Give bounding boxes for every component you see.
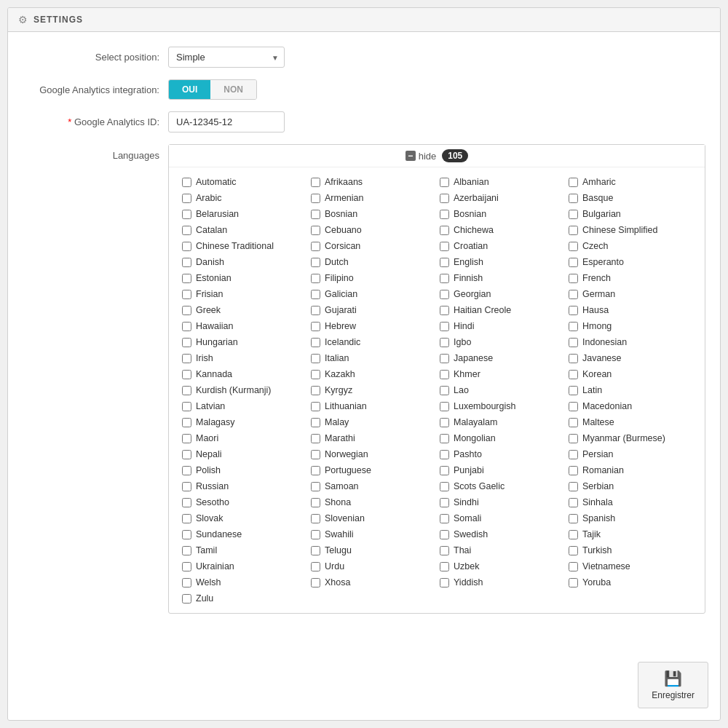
language-checkbox[interactable]: [569, 530, 578, 539]
language-checkbox[interactable]: [440, 258, 449, 267]
language-checkbox[interactable]: [182, 322, 191, 331]
language-checkbox[interactable]: [311, 546, 320, 555]
language-checkbox[interactable]: [311, 434, 320, 443]
language-checkbox[interactable]: [569, 226, 578, 235]
language-checkbox[interactable]: [311, 354, 320, 363]
language-checkbox[interactable]: [182, 194, 191, 203]
language-checkbox[interactable]: [182, 370, 191, 379]
language-checkbox[interactable]: [569, 434, 578, 443]
language-checkbox[interactable]: [440, 514, 449, 523]
language-checkbox[interactable]: [182, 258, 191, 267]
language-checkbox[interactable]: [182, 450, 191, 459]
language-checkbox[interactable]: [311, 194, 320, 203]
language-checkbox[interactable]: [569, 514, 578, 523]
language-checkbox[interactable]: [440, 402, 449, 411]
language-checkbox[interactable]: [182, 578, 191, 587]
language-checkbox[interactable]: [182, 402, 191, 411]
language-checkbox[interactable]: [569, 210, 578, 219]
language-checkbox[interactable]: [182, 386, 191, 395]
language-checkbox[interactable]: [440, 498, 449, 507]
language-checkbox[interactable]: [569, 498, 578, 507]
language-checkbox[interactable]: [182, 178, 191, 187]
language-checkbox[interactable]: [569, 466, 578, 475]
language-checkbox[interactable]: [440, 210, 449, 219]
language-checkbox[interactable]: [569, 402, 578, 411]
language-checkbox[interactable]: [182, 274, 191, 283]
analytics-id-input[interactable]: [168, 111, 285, 132]
analytics-oui-button[interactable]: OUI: [169, 80, 210, 99]
language-checkbox[interactable]: [182, 562, 191, 571]
language-checkbox[interactable]: [311, 178, 320, 187]
language-checkbox[interactable]: [569, 450, 578, 459]
language-checkbox[interactable]: [569, 290, 578, 299]
language-checkbox[interactable]: [182, 482, 191, 491]
language-checkbox[interactable]: [182, 418, 191, 427]
language-checkbox[interactable]: [440, 578, 449, 587]
language-checkbox[interactable]: [182, 354, 191, 363]
hide-button[interactable]: − hide: [405, 151, 437, 162]
language-checkbox[interactable]: [311, 274, 320, 283]
language-checkbox[interactable]: [311, 482, 320, 491]
language-checkbox[interactable]: [182, 210, 191, 219]
language-checkbox[interactable]: [569, 322, 578, 331]
language-checkbox[interactable]: [311, 562, 320, 571]
language-checkbox[interactable]: [440, 562, 449, 571]
language-checkbox[interactable]: [569, 370, 578, 379]
language-checkbox[interactable]: [311, 578, 320, 587]
language-checkbox[interactable]: [440, 482, 449, 491]
language-checkbox[interactable]: [182, 338, 191, 347]
language-checkbox[interactable]: [182, 594, 191, 604]
language-checkbox[interactable]: [440, 194, 449, 203]
language-checkbox[interactable]: [440, 322, 449, 331]
language-checkbox[interactable]: [569, 562, 578, 571]
language-checkbox[interactable]: [311, 290, 320, 299]
language-checkbox[interactable]: [182, 226, 191, 235]
language-checkbox[interactable]: [182, 434, 191, 443]
language-checkbox[interactable]: [440, 434, 449, 443]
language-checkbox[interactable]: [440, 450, 449, 459]
language-checkbox[interactable]: [311, 530, 320, 539]
language-checkbox[interactable]: [440, 370, 449, 379]
language-checkbox[interactable]: [440, 274, 449, 283]
language-checkbox[interactable]: [182, 466, 191, 475]
language-checkbox[interactable]: [569, 418, 578, 427]
select-position-dropdown[interactable]: Simple Fixed Inline: [168, 47, 285, 68]
language-checkbox[interactable]: [440, 546, 449, 555]
language-checkbox[interactable]: [311, 338, 320, 347]
language-checkbox[interactable]: [182, 306, 191, 315]
language-checkbox[interactable]: [569, 386, 578, 395]
language-checkbox[interactable]: [569, 306, 578, 315]
language-checkbox[interactable]: [182, 290, 191, 299]
language-checkbox[interactable]: [311, 514, 320, 523]
language-checkbox[interactable]: [440, 338, 449, 347]
language-checkbox[interactable]: [440, 466, 449, 475]
language-checkbox[interactable]: [569, 354, 578, 363]
language-checkbox[interactable]: [311, 258, 320, 267]
language-checkbox[interactable]: [569, 482, 578, 491]
language-checkbox[interactable]: [440, 354, 449, 363]
language-checkbox[interactable]: [311, 242, 320, 251]
language-checkbox[interactable]: [311, 322, 320, 331]
language-checkbox[interactable]: [569, 178, 578, 187]
language-checkbox[interactable]: [440, 418, 449, 427]
language-checkbox[interactable]: [569, 274, 578, 283]
language-checkbox[interactable]: [311, 226, 320, 235]
language-checkbox[interactable]: [440, 386, 449, 395]
language-checkbox[interactable]: [311, 306, 320, 315]
language-checkbox[interactable]: [569, 258, 578, 267]
language-checkbox[interactable]: [440, 290, 449, 299]
language-checkbox[interactable]: [311, 466, 320, 475]
language-checkbox[interactable]: [311, 450, 320, 459]
language-checkbox[interactable]: [182, 530, 191, 539]
language-checkbox[interactable]: [311, 402, 320, 411]
language-checkbox[interactable]: [569, 578, 578, 587]
language-checkbox[interactable]: [311, 498, 320, 507]
language-checkbox[interactable]: [311, 418, 320, 427]
language-checkbox[interactable]: [569, 194, 578, 203]
language-checkbox[interactable]: [440, 226, 449, 235]
language-checkbox[interactable]: [182, 546, 191, 555]
language-checkbox[interactable]: [311, 370, 320, 379]
analytics-non-button[interactable]: NON: [210, 80, 256, 99]
language-checkbox[interactable]: [569, 338, 578, 347]
language-checkbox[interactable]: [311, 210, 320, 219]
